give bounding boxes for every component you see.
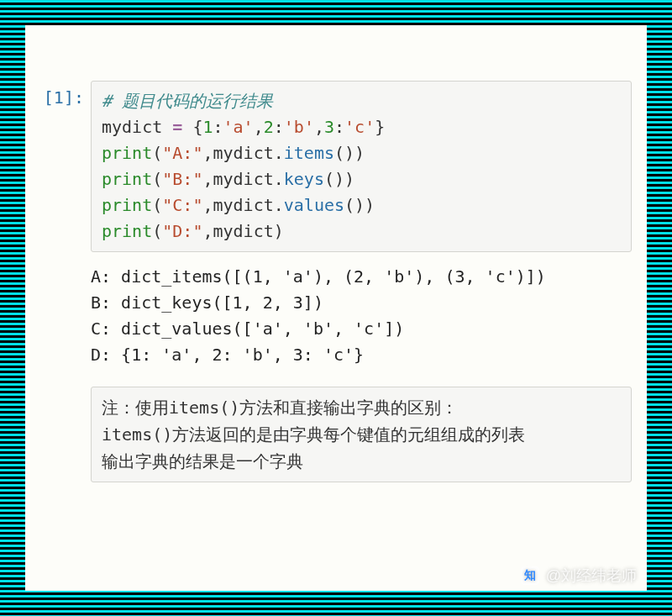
notebook-area: [1]: # 题目代码的运行结果 mydict = {1:'a',2:'b',3… <box>25 25 647 591</box>
watermark-text: @刘经纬老师 <box>546 566 637 586</box>
zhihu-logo-icon: 知 <box>521 566 539 585</box>
code-block: # 题目代码的运行结果 mydict = {1:'a',2:'b',3:'c'}… <box>91 81 632 252</box>
note-line-3: 输出字典的结果是一个字典 <box>102 448 621 475</box>
note-line-1: 注：使用items()方法和直接输出字典的区别： <box>102 394 621 421</box>
note-block: 注：使用items()方法和直接输出字典的区别： items()方法返回的是由字… <box>91 387 632 482</box>
output-block: A: dict_items([(1, 'a'), (2, 'b'), (3, '… <box>91 264 632 368</box>
note-code: items() <box>169 398 239 418</box>
note-text: 方法和直接输出字典的区别： <box>239 398 458 418</box>
cell-prompt: [1]: <box>40 81 84 108</box>
input-cell: [1]: # 题目代码的运行结果 mydict = {1:'a',2:'b',3… <box>40 81 632 252</box>
watermark: 知 @刘经纬老师 <box>521 566 637 586</box>
note-text: 方法返回的是由字典每个键值的元组组成的列表 <box>172 424 525 445</box>
note-text: 注：使用 <box>102 398 169 418</box>
note-line-2: items()方法返回的是由字典每个键值的元组组成的列表 <box>102 421 621 448</box>
note-code: items() <box>102 424 172 445</box>
